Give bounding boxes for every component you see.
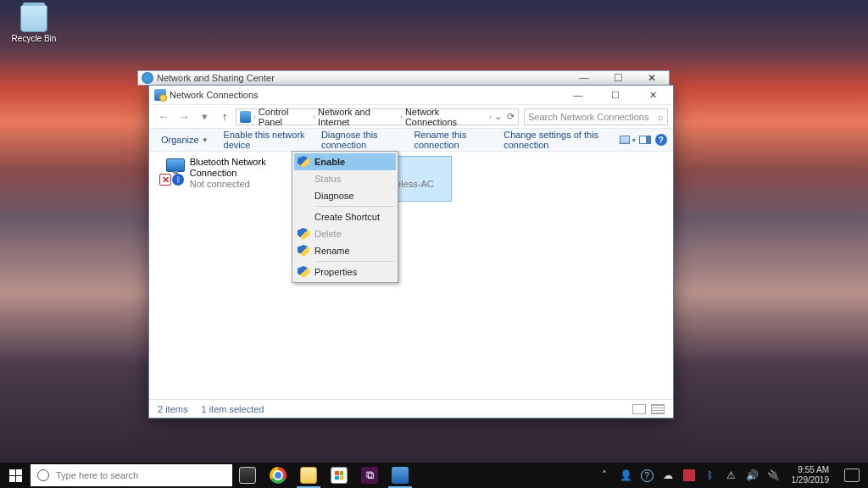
command-bar: Organize▼ Enable this network device Dia… — [149, 128, 673, 152]
window-title: Network Connections — [170, 90, 559, 100]
view-options-button[interactable]: ▼ — [620, 136, 637, 144]
tray-bluetooth-icon[interactable]: ᛒ — [704, 469, 716, 482]
system-tray: ˄ 👤 ? ☁ ᛒ ⚠ 🔊 🔌 9:55 AM 1/29/2019 — [593, 463, 869, 488]
taskbar-store[interactable] — [324, 463, 354, 488]
titlebar[interactable]: Network Connections — ☐ ✕ — [149, 86, 673, 104]
background-window-title: Network and Sharing Center — [157, 73, 567, 83]
rename-connection-button[interactable]: Rename this connection — [407, 129, 495, 151]
context-menu: Enable Status Diagnose Create Shortcut D… — [292, 151, 398, 283]
ctx-rename[interactable]: Rename — [294, 242, 396, 259]
network-sharing-icon — [142, 72, 153, 84]
address-bar: ← → ▾ ↑ › Control Panel › Network and In… — [149, 104, 673, 128]
taskbar-chrome[interactable] — [263, 463, 293, 488]
ctx-separator — [316, 261, 394, 262]
shield-icon — [298, 156, 309, 168]
preview-pane-button[interactable] — [638, 136, 652, 144]
bg-maximize-button[interactable]: ☐ — [601, 72, 635, 84]
details-view-button[interactable] — [632, 404, 646, 414]
cortana-icon — [37, 469, 49, 481]
help-button[interactable]: ? — [654, 134, 668, 146]
selection-count: 1 item selected — [201, 404, 264, 414]
tray-onedrive-icon[interactable]: ☁ — [662, 469, 675, 482]
ctx-create-shortcut[interactable]: Create Shortcut — [294, 208, 396, 225]
item-count: 2 items — [158, 404, 187, 414]
recycle-bin[interactable]: Recycle Bin — [8, 5, 59, 43]
tray-app-icon[interactable] — [683, 469, 695, 481]
breadcrumb[interactable]: › Control Panel › Network and Internet ›… — [236, 108, 519, 125]
recycle-bin-icon — [20, 5, 47, 32]
diagnose-connection-button[interactable]: Diagnose this connection — [314, 129, 405, 151]
taskbar-search[interactable]: Type here to search — [31, 464, 232, 486]
content-area[interactable]: ✕ᛒ Bluetooth Network Connection Not conn… — [149, 152, 673, 399]
network-connections-window: Network Connections — ☐ ✕ ← → ▾ ↑ › Cont… — [148, 85, 674, 419]
ctx-diagnose[interactable]: Diagnose — [294, 187, 396, 204]
change-settings-button[interactable]: Change settings of this connection — [497, 129, 616, 151]
ctx-delete: Delete — [294, 225, 396, 242]
bg-close-button[interactable]: ✕ — [635, 72, 669, 84]
tray-people-icon[interactable]: 👤 — [620, 469, 632, 482]
tray-help-icon[interactable]: ? — [641, 469, 654, 482]
shield-icon — [298, 245, 309, 257]
organize-menu[interactable]: Organize▼ — [154, 129, 215, 151]
address-dropdown-icon[interactable]: ⌄ — [494, 111, 502, 122]
adapter-status: Not connected — [190, 179, 295, 190]
ctx-separator — [316, 206, 394, 207]
minimize-button[interactable]: — — [559, 86, 597, 104]
search-icon: ⌕ — [658, 112, 664, 122]
shield-icon — [298, 228, 309, 240]
task-view-button[interactable] — [232, 463, 263, 488]
breadcrumb-icon — [240, 111, 251, 123]
close-button[interactable]: ✕ — [634, 86, 671, 104]
bluetooth-adapter-icon: ✕ᛒ — [159, 157, 186, 186]
crumb-network-internet[interactable]: Network and Internet — [318, 107, 398, 127]
windows-logo-icon — [9, 469, 22, 482]
tiles-view-button[interactable] — [651, 404, 665, 414]
tray-overflow-button[interactable]: ˄ — [598, 469, 611, 482]
back-button[interactable]: ← — [154, 108, 173, 126]
tray-power-icon[interactable]: 🔌 — [767, 469, 780, 482]
taskbar-clock[interactable]: 9:55 AM 1/29/2019 — [788, 465, 833, 485]
tray-volume-icon[interactable]: 🔊 — [746, 469, 759, 482]
crumb-control-panel[interactable]: Control Panel — [259, 107, 310, 127]
maximize-button[interactable]: ☐ — [597, 86, 634, 104]
recycle-bin-label: Recycle Bin — [8, 34, 59, 43]
up-button[interactable]: ↑ — [215, 108, 234, 126]
shield-icon — [298, 266, 309, 278]
adapter-name: Bluetooth Network Connection — [190, 157, 295, 179]
ctx-status: Status — [294, 170, 396, 187]
clock-date: 1/29/2019 — [792, 475, 830, 485]
taskbar-slack[interactable]: ⧉ — [354, 463, 385, 488]
recent-dropdown[interactable]: ▾ — [195, 108, 214, 126]
adapter-bluetooth[interactable]: ✕ᛒ Bluetooth Network Connection Not conn… — [159, 157, 295, 190]
tray-network-icon[interactable]: ⚠ — [725, 469, 737, 482]
taskbar-explorer[interactable] — [293, 463, 324, 488]
enable-device-button[interactable]: Enable this network device — [217, 129, 313, 151]
taskbar-control-panel[interactable] — [385, 463, 415, 488]
search-input[interactable]: Search Network Connections ⌕ — [524, 108, 668, 125]
ctx-enable[interactable]: Enable — [294, 153, 396, 170]
background-window-titlebar: Network and Sharing Center — ☐ ✕ — [137, 70, 670, 86]
crumb-network-connections[interactable]: Network Connections — [405, 107, 487, 127]
search-placeholder: Type here to search — [56, 470, 138, 480]
start-button[interactable] — [0, 463, 31, 488]
window-icon — [154, 89, 166, 101]
clock-time: 9:55 AM — [792, 465, 830, 475]
forward-button[interactable]: → — [175, 108, 193, 126]
refresh-button[interactable]: ⟳ — [507, 111, 515, 122]
search-placeholder: Search Network Connections — [528, 112, 658, 122]
status-bar: 2 items 1 item selected — [149, 399, 673, 418]
taskbar: Type here to search ⧉ ˄ 👤 ? ☁ ᛒ ⚠ 🔊 🔌 9:… — [0, 463, 868, 488]
ctx-properties[interactable]: Properties — [294, 263, 396, 280]
action-center-button[interactable] — [844, 469, 860, 482]
bg-minimize-button[interactable]: — — [567, 72, 601, 84]
